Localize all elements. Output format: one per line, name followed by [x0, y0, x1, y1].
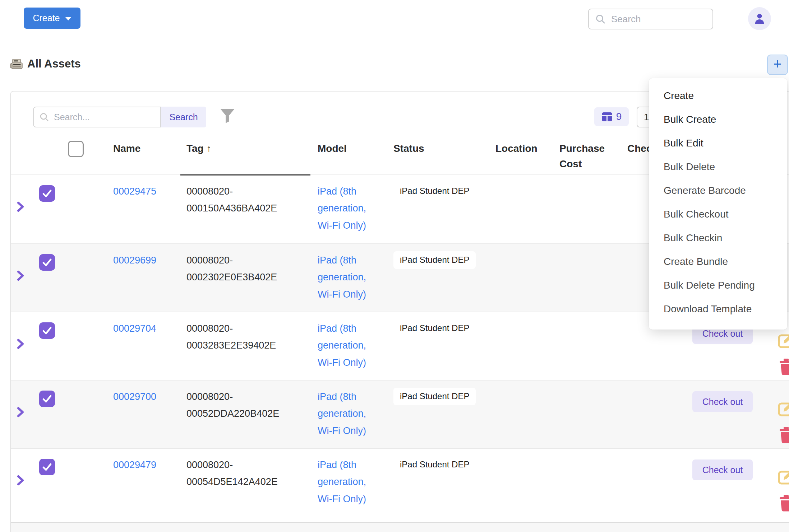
asset-location	[489, 381, 553, 448]
visible-columns-count: 9	[616, 111, 622, 122]
menu-item-bulk-edit[interactable]: Bulk Edit	[649, 131, 787, 155]
user-icon	[753, 13, 766, 25]
asset-model-link[interactable]: iPad (8th generation, Wi-Fi Only)	[318, 391, 366, 436]
table-search-button[interactable]: Search	[161, 107, 206, 127]
asset-name-link[interactable]: 00029704	[113, 323, 156, 334]
create-button-label: Create	[33, 13, 60, 23]
asset-tag: 00008020-0003283E2E39402E	[180, 312, 312, 380]
table-row: 0002947900008020-00054D5E142A402EiPad (8…	[11, 448, 789, 522]
asset-purchase-cost	[553, 244, 621, 312]
menu-item-generate-barcode[interactable]: Generate Barcode	[649, 179, 787, 202]
status-chip: iPad Student DEP	[393, 182, 476, 200]
edit-icon[interactable]	[778, 332, 789, 354]
edit-icon[interactable]	[778, 468, 789, 491]
row-checkbox[interactable]	[39, 459, 55, 475]
delete-icon[interactable]	[778, 358, 789, 381]
table-search	[33, 107, 161, 127]
delete-icon[interactable]	[778, 426, 789, 449]
delete-icon[interactable]	[778, 495, 789, 517]
asset-model-link[interactable]: iPad (8th generation, Wi-Fi Only)	[318, 186, 366, 231]
search-icon	[40, 112, 49, 122]
expand-row-chevron-icon[interactable]	[17, 204, 24, 215]
expand-row-chevron-icon[interactable]	[17, 273, 24, 284]
search-icon	[595, 14, 605, 24]
asset-model-link[interactable]: iPad (8th generation, Wi-Fi Only)	[318, 459, 366, 504]
check-out-button[interactable]: Check out	[692, 459, 753, 480]
column-header-name[interactable]: Name	[107, 131, 180, 174]
asset-location	[489, 244, 553, 312]
expand-row-chevron-icon[interactable]	[17, 477, 24, 488]
asset-tag: 00008020-00052DDA220B402E	[180, 381, 312, 448]
menu-item-bulk-checkin[interactable]: Bulk Checkin	[649, 226, 787, 250]
asset-purchase-cost	[553, 449, 621, 522]
global-search-input[interactable]	[611, 14, 697, 25]
row-checkbox[interactable]	[39, 185, 55, 202]
next-row-partial	[11, 522, 789, 532]
filter-icon[interactable]	[219, 107, 236, 124]
status-chip: iPad Student DEP	[393, 251, 476, 269]
asset-name-link[interactable]: 00029475	[113, 186, 156, 197]
asset-name-link[interactable]: 00029700	[113, 391, 156, 402]
asset-name-link[interactable]: 00029479	[113, 459, 156, 470]
asset-location	[489, 449, 553, 522]
select-all-checkbox[interactable]	[68, 141, 84, 157]
status-chip: iPad Student DEP	[393, 319, 476, 337]
asset-model-link[interactable]: iPad (8th generation, Wi-Fi Only)	[318, 323, 366, 368]
create-menu: CreateBulk CreateBulk EditBulk DeleteGen…	[649, 78, 787, 330]
sort-ascending-icon: ↑	[206, 143, 211, 154]
column-header-status[interactable]: Status	[387, 131, 489, 174]
menu-item-download-template[interactable]: Download Template	[649, 297, 787, 321]
table-search-input[interactable]	[54, 112, 144, 122]
asset-location	[489, 175, 553, 243]
column-header-location[interactable]: Location	[489, 131, 553, 174]
caret-down-icon	[65, 17, 71, 20]
asset-purchase-cost	[553, 381, 621, 448]
menu-item-bulk-delete[interactable]: Bulk Delete	[649, 155, 787, 179]
visible-columns-badge[interactable]: 9	[594, 107, 629, 126]
add-actions-button[interactable]: +	[767, 55, 788, 75]
expand-row-chevron-icon[interactable]	[17, 341, 24, 352]
row-checkbox[interactable]	[39, 254, 55, 271]
status-chip: iPad Student DEP	[393, 456, 476, 473]
menu-item-bulk-delete-pending[interactable]: Bulk Delete Pending	[649, 274, 787, 297]
row-checkbox[interactable]	[39, 322, 55, 339]
asset-purchase-cost	[553, 175, 621, 243]
menu-item-bulk-create[interactable]: Bulk Create	[649, 108, 787, 131]
menu-item-create[interactable]: Create	[649, 84, 787, 108]
column-header-model[interactable]: Model	[312, 131, 387, 174]
asset-tag: 00008020-00054D5E142A402E	[180, 449, 312, 522]
fax-printer-icon	[10, 59, 24, 72]
asset-model-link[interactable]: iPad (8th generation, Wi-Fi Only)	[318, 255, 366, 300]
check-out-button[interactable]: Check out	[692, 391, 753, 412]
asset-name-link[interactable]: 00029699	[113, 255, 156, 266]
asset-location	[489, 312, 553, 380]
asset-tag: 00008020-000150A436BA402E	[180, 175, 312, 243]
status-chip: iPad Student DEP	[393, 388, 476, 405]
menu-item-create-bundle[interactable]: Create Bundle	[649, 250, 787, 274]
edit-icon[interactable]	[778, 400, 789, 423]
asset-purchase-cost	[553, 312, 621, 380]
menu-item-bulk-checkout[interactable]: Bulk Checkout	[649, 202, 787, 226]
row-checkbox[interactable]	[39, 391, 55, 407]
table-row: 0002970000008020-00052DDA220B402EiPad (8…	[11, 380, 789, 448]
page-title: All Assets	[27, 57, 81, 70]
table-columns-icon	[601, 112, 613, 122]
create-button[interactable]: Create	[24, 8, 80, 29]
expand-row-chevron-icon[interactable]	[17, 409, 24, 420]
asset-tag: 00008020-0002302E0E3B402E	[180, 244, 312, 312]
user-avatar[interactable]	[748, 7, 771, 30]
column-header-tag[interactable]: Tag ↑	[180, 131, 312, 174]
column-header-purchase-cost[interactable]: Purchase Cost	[553, 131, 621, 174]
app: Create All Assets +	[0, 0, 789, 532]
global-search	[588, 9, 713, 29]
